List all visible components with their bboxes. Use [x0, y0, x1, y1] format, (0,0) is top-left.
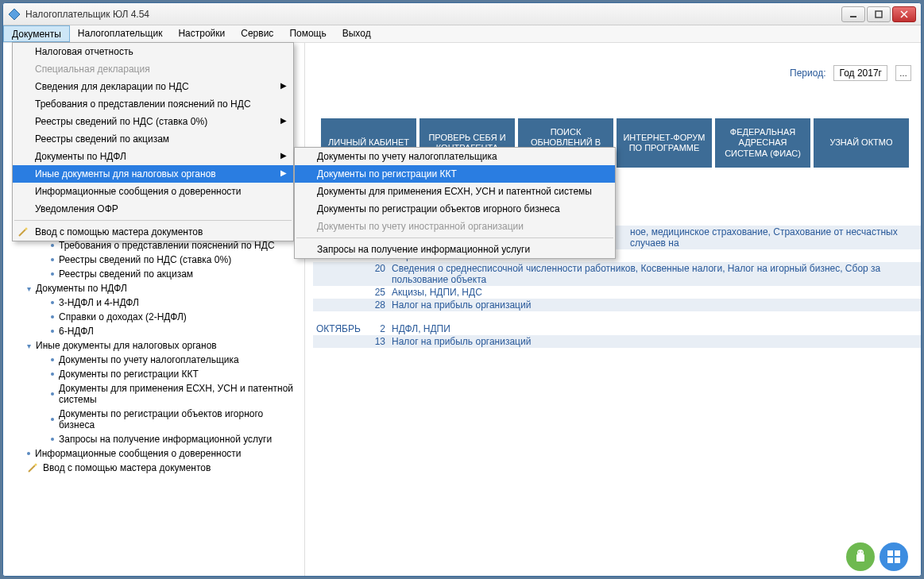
dd1-item-9[interactable]: Уведомления ОФР [13, 200, 293, 218]
android-icon[interactable] [846, 542, 875, 571]
dd1-item-7[interactable]: Иные документы для налоговых органов▶ [13, 165, 293, 183]
svg-rect-13 [887, 558, 893, 563]
svg-point-10 [861, 551, 863, 553]
dd2-item-1[interactable]: Документы по регистрации ККТ [295, 165, 615, 183]
bullet-icon [51, 301, 54, 304]
nav-button-3[interactable]: ИНТЕРНЕТ-ФОРУМ ПО ПРОГРАММЕ [617, 118, 712, 168]
tree-item-9[interactable]: Документы по учету налогоплательщика [3, 353, 304, 367]
dd1-item-0[interactable]: Налоговая отчетность [13, 43, 293, 60]
calendar-row[interactable]: 25Акцизы, НДПИ, НДС [313, 286, 921, 299]
svg-rect-1 [850, 16, 856, 17]
close-button[interactable] [892, 6, 916, 22]
window-title: Налогоплательщик ЮЛ 4.54 [25, 9, 841, 20]
tree-item-label: Справки о доходах (2-НДФЛ) [59, 311, 187, 322]
tree-item-label: Иные документы для налоговых органов [36, 340, 217, 351]
dd2-item-3[interactable]: Документы по регистрации объектов игорно… [295, 200, 615, 218]
bullet-icon [51, 244, 54, 247]
menu-settings[interactable]: Настройки [170, 25, 233, 42]
tree-item-8[interactable]: ▾Иные документы для налоговых органов [3, 338, 304, 353]
calendar-row[interactable]: 20Сведения о среднесписочной численности… [313, 262, 921, 286]
calendar-row[interactable]: 13Налог на прибыль организаций [313, 335, 921, 348]
tree-item-label: Запросы на получение информационной услу… [59, 434, 272, 445]
tree-item-11[interactable]: Документы для применения ЕСХН, УСН и пат… [3, 381, 304, 407]
tree-item-label: Реестры сведений по акцизам [59, 268, 193, 280]
documents-dropdown: Налоговая отчетностьСпециальная декларац… [12, 42, 294, 241]
platform-badges [846, 542, 908, 571]
menu-service[interactable]: Сервис [233, 25, 281, 42]
calendar-text: НДФЛ, НДПИ [392, 323, 921, 334]
bullet-icon [51, 330, 54, 333]
bullet-icon [51, 372, 54, 376]
dd1-item-8[interactable]: Информационные сообщения о доверенности [13, 183, 293, 200]
calendar-text: Налог на прибыль организаций [392, 299, 921, 311]
svg-rect-12 [895, 550, 900, 556]
calendar-text: ное, медицинское страхование, Страховани… [630, 226, 921, 249]
wand-icon [17, 226, 29, 237]
tree-item-15[interactable]: Ввод с помощью мастера документов [3, 461, 304, 475]
dd1-item-11[interactable]: Ввод с помощью мастера документов [13, 223, 293, 241]
dd1-item-1: Специальная декларация [13, 60, 293, 78]
period-picker-button[interactable]: … [895, 65, 911, 81]
nav-button-5[interactable]: УЗНАЙ ОКТМО [814, 118, 909, 168]
calendar-month: ОКТЯБРЬ [313, 323, 373, 334]
dd1-item-6[interactable]: Документы по НДФЛ▶ [13, 148, 293, 165]
tree-item-label: Информационные сообщения о доверенности [35, 448, 242, 459]
menu-taxpayer[interactable]: Налогоплательщик [70, 25, 171, 42]
tree-item-10[interactable]: Документы по регистрации ККТ [3, 367, 304, 381]
period-label: Период: [790, 68, 825, 79]
bullet-icon [51, 392, 54, 396]
dd2-item-0[interactable]: Документы по учету налогоплательщика [295, 148, 615, 165]
tree-item-label: 3-НДФЛ и 4-НДФЛ [59, 297, 139, 308]
tree-item-5[interactable]: 3-НДФЛ и 4-НДФЛ [3, 295, 304, 310]
windows-icon[interactable] [880, 542, 908, 571]
calendar-row[interactable]: ОКТЯБРЬ2НДФЛ, НДПИ [313, 322, 921, 335]
period-value[interactable]: Год 2017г [833, 65, 887, 81]
calendar-day: 25 [373, 287, 392, 298]
dd1-item-2[interactable]: Сведения для декларации по НДС▶ [13, 78, 293, 95]
svg-marker-0 [9, 9, 20, 20]
menu-exit[interactable]: Выход [334, 25, 379, 42]
tree-item-7[interactable]: 6-НДФЛ [3, 324, 304, 338]
calendar-row[interactable]: 28Налог на прибыль организаций [313, 299, 921, 311]
svg-point-5 [35, 464, 37, 466]
menu-documents[interactable]: Документы [3, 25, 70, 42]
dd1-item-3[interactable]: Требования о представлении пояснений по … [13, 95, 293, 113]
dd1-item-4[interactable]: Реестры сведений по НДС (ставка 0%)▶ [13, 113, 293, 130]
bullet-icon [51, 272, 54, 276]
calendar-day: 2 [373, 323, 392, 334]
tree-item-label: Требования о представлении пояснений по … [59, 240, 275, 251]
app-icon [8, 8, 21, 21]
content-area: Период: Год 2017г … ЛИЧНЫЙ КАБИНЕТПРОВЕР… [305, 43, 921, 576]
bullet-icon [51, 358, 54, 361]
tree-item-label: Документы по учету налогоплательщика [59, 354, 239, 365]
dd1-item-5[interactable]: Реестры сведений по акцизам [13, 130, 293, 148]
menu-help[interactable]: Помощь [281, 25, 334, 42]
tree-item-6[interactable]: Справки о доходах (2-НДФЛ) [3, 310, 304, 324]
tree-item-2[interactable]: Реестры сведений по НДС (ставка 0%) [3, 253, 304, 267]
titlebar: Налогоплательщик ЮЛ 4.54 [3, 3, 921, 25]
maximize-button[interactable] [867, 6, 891, 22]
bullet-icon [51, 315, 54, 318]
svg-point-6 [25, 228, 28, 230]
tree-item-12[interactable]: Документы по регистрации объектов игорно… [3, 407, 304, 432]
other-documents-submenu: Документы по учету налогоплательщикаДоку… [294, 147, 616, 259]
bullet-icon [51, 258, 54, 261]
tree-item-label: Ввод с помощью мастера документов [43, 462, 211, 473]
bullet-icon [51, 418, 54, 421]
tree-item-label: Документы по регистрации ККТ [59, 369, 199, 380]
dd2-item-6[interactable]: Запросы на получение информационной услу… [295, 241, 615, 258]
minimize-button[interactable] [841, 6, 865, 22]
tree-item-14[interactable]: Информационные сообщения о доверенности [3, 446, 304, 461]
svg-point-9 [858, 551, 860, 553]
svg-point-8 [857, 550, 864, 556]
tree-item-3[interactable]: Реестры сведений по акцизам [3, 267, 304, 281]
tree-item-label: Документы по НДФЛ [36, 283, 127, 294]
tree-item-4[interactable]: ▾Документы по НДФЛ [3, 281, 304, 295]
calendar-day: 13 [373, 336, 392, 347]
tree-item-13[interactable]: Запросы на получение информационной услу… [3, 432, 304, 446]
calendar-day: 20 [373, 263, 392, 274]
dd2-item-2[interactable]: Документы для применения ЕСХН, УСН и пат… [295, 183, 615, 200]
dd2-item-4: Документы по учету иностранной организац… [295, 218, 615, 235]
tree-item-label: Документы для применения ЕСХН, УСН и пат… [59, 383, 301, 405]
nav-button-4[interactable]: ФЕДЕРАЛЬНАЯ АДРЕСНАЯ СИСТЕМА (ФИАС) [715, 118, 810, 168]
